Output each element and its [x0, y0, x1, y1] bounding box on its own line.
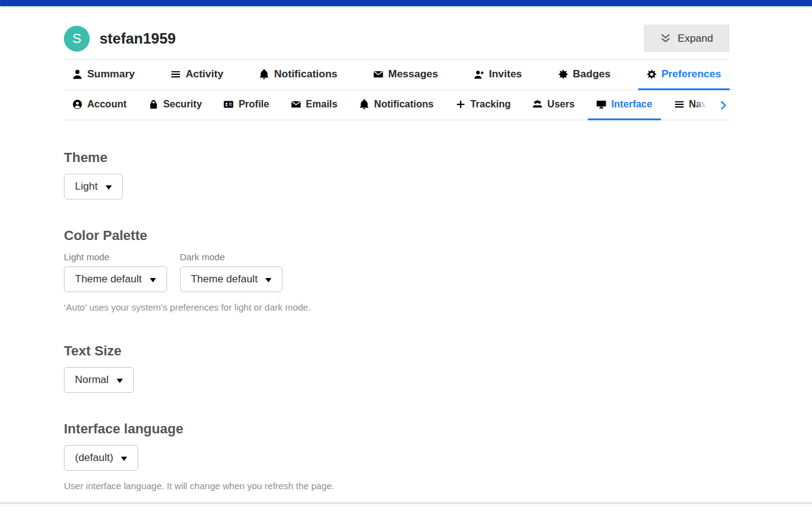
interface-language-section: Interface language (default) User interf… [64, 421, 730, 493]
site-top-bar [0, 0, 812, 6]
preferences-nav: Account Security Profile Emails Notifica… [64, 90, 730, 120]
light-mode-palette-value: Theme default [75, 273, 142, 285]
tab-tracking[interactable]: Tracking [447, 90, 520, 120]
tab-label: Interface [611, 99, 652, 110]
tab-summary[interactable]: Summary [64, 60, 143, 90]
bars-icon [171, 69, 181, 79]
tab-label: Security [163, 99, 202, 110]
tab-invites[interactable]: Invites [466, 60, 531, 90]
color-palette-hint: ‘Auto’ uses your system’s preferences fo… [64, 300, 730, 315]
theme-section: Theme Light [64, 150, 730, 199]
certificate-icon [558, 69, 568, 79]
envelope-icon [291, 99, 301, 109]
interface-language-hint: User interface language. It will change … [64, 478, 348, 493]
caret-down-icon [106, 185, 112, 190]
theme-dropdown-value: Light [75, 180, 98, 193]
lock-icon [149, 99, 158, 109]
color-palette-section: Color Palette Light mode Theme default D… [64, 228, 730, 315]
user-primary-nav: Summary Activity Notifications Messages … [64, 60, 730, 90]
bars-icon [674, 99, 684, 109]
tab-profile[interactable]: Profile [215, 90, 278, 120]
tab-label: Messages [388, 68, 438, 80]
tab-label: Notifications [274, 68, 337, 80]
user-circle-icon [72, 99, 82, 109]
avatar-letter: S [72, 31, 82, 47]
envelope-icon [373, 69, 383, 79]
tab-label: Invites [489, 68, 522, 80]
user-icon [72, 69, 82, 79]
text-size-heading: Text Size [64, 343, 730, 359]
angles-down-icon [660, 33, 671, 44]
dark-mode-palette-value: Theme default [191, 273, 258, 285]
avatar: S [64, 26, 90, 52]
id-card-icon [224, 99, 233, 109]
interface-language-dropdown[interactable]: (default) [64, 445, 138, 471]
theme-heading: Theme [64, 150, 730, 166]
tab-account[interactable]: Account [64, 90, 135, 120]
chevron-right-icon [718, 100, 728, 110]
user-header: S stefan1959 Expand [64, 6, 730, 60]
tab-users[interactable]: Users [524, 90, 583, 120]
dark-mode-palette-dropdown[interactable]: Theme default [180, 266, 283, 292]
bell-icon [359, 99, 369, 109]
caret-down-icon [117, 379, 123, 383]
plus-icon [456, 99, 466, 109]
horizontal-scrollbar-track[interactable] [0, 503, 812, 507]
expand-button[interactable]: Expand [644, 25, 730, 52]
tab-interface[interactable]: Interface [588, 90, 661, 120]
color-palette-heading: Color Palette [64, 228, 730, 244]
tab-label: Profile [238, 99, 269, 110]
light-mode-label: Light mode [64, 252, 167, 262]
tab-label: Notifications [374, 99, 434, 110]
caret-down-icon [150, 278, 156, 282]
gear-icon [647, 69, 657, 79]
tab-activity[interactable]: Activity [162, 60, 232, 90]
tab-label: Emails [306, 99, 338, 110]
tab-label: Account [87, 99, 127, 110]
text-size-dropdown-value: Normal [75, 374, 109, 386]
tab-navigation-truncated[interactable]: Navi [666, 90, 710, 120]
tab-label: Preferences [662, 68, 721, 80]
tab-label: Navi [689, 99, 710, 110]
dark-mode-label: Dark mode [180, 252, 283, 262]
tab-notifications-prefs[interactable]: Notifications [351, 90, 442, 120]
interface-preferences-content: Theme Light Color Palette Light mode The… [64, 120, 730, 493]
interface-language-dropdown-value: (default) [75, 452, 113, 464]
tab-messages[interactable]: Messages [365, 60, 447, 90]
users-icon [533, 99, 542, 109]
tab-security[interactable]: Security [140, 90, 211, 120]
interface-language-heading: Interface language [64, 421, 730, 437]
caret-down-icon [265, 278, 271, 282]
tab-emails[interactable]: Emails [283, 90, 346, 120]
tab-notifications[interactable]: Notifications [251, 60, 346, 90]
tab-label: Badges [573, 68, 611, 80]
desktop-icon [596, 99, 606, 109]
tab-preferences[interactable]: Preferences [638, 60, 730, 90]
theme-dropdown[interactable]: Light [64, 174, 123, 199]
caret-down-icon [121, 457, 127, 461]
light-mode-palette-dropdown[interactable]: Theme default [64, 266, 167, 292]
tab-label: Users [547, 99, 574, 110]
nav-scroll-right-button[interactable] [714, 90, 730, 120]
tab-label: Tracking [470, 99, 511, 110]
tab-label: Activity [185, 68, 223, 80]
expand-button-label: Expand [677, 33, 713, 45]
user-preferences-page: S stefan1959 Expand Summary Activity Not… [0, 0, 812, 507]
tab-badges[interactable]: Badges [550, 60, 619, 90]
page-title-username: stefan1959 [100, 30, 176, 47]
user-plus-icon [474, 69, 484, 79]
tab-label: Summary [87, 68, 135, 80]
text-size-dropdown[interactable]: Normal [64, 367, 134, 393]
text-size-section: Text Size Normal [64, 343, 730, 393]
bell-icon [259, 69, 269, 79]
